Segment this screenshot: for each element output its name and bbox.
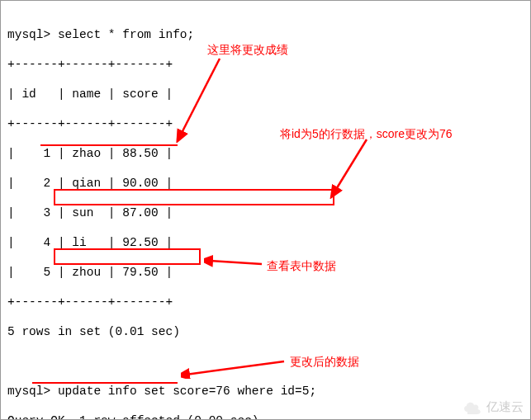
annotation-2: 将id为5的行数据，score更改为76 [280,126,453,141]
sql-update: update info set score=76 where id=5; [58,385,316,398]
table-separator: +------+------+-------+ [7,57,524,72]
table-row: | 3 | sun | 87.00 | [7,205,524,220]
watermark-text: 亿速云 [486,399,524,414]
table-row: | 4 | li | 92.50 | [7,235,524,250]
annotation-3: 查看表中数据 [267,258,336,273]
table-row: | 1 | zhao | 88.50 | [7,146,524,161]
terminal-output: mysql> select * from info; +------+-----… [7,12,524,420]
table-row: | 5 | zhou | 79.50 | [7,265,524,280]
watermark: 亿速云 [462,399,524,414]
result-footer: 5 rows in set (0.01 sec) [7,324,524,339]
table-header: | id | name | score | [7,87,524,101]
mysql-prompt: mysql> [7,385,50,398]
mysql-prompt: mysql> [7,28,50,41]
update-result-1: Query OK, 1 row affected (0.00 sec) [7,413,524,420]
annotation-4: 更改后的数据 [290,354,359,369]
cloud-icon [462,399,483,414]
sql-select-1: select * from info; [58,28,194,41]
table-separator: +------+------+-------+ [7,295,524,309]
table-row: | 2 | qian | 90.00 | [7,176,524,191]
annotation-1: 这里将更改成绩 [207,42,288,57]
